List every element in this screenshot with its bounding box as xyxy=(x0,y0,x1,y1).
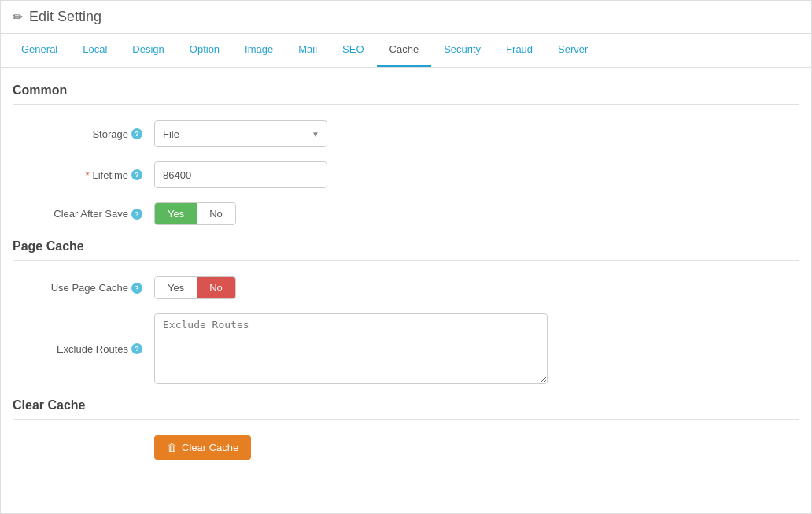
tab-general[interactable]: General xyxy=(9,34,70,67)
tab-image[interactable]: Image xyxy=(232,34,286,67)
lifetime-group: * Lifetime ? xyxy=(13,161,799,188)
tab-fraud[interactable]: Fraud xyxy=(493,34,545,67)
storage-label: Storage ? xyxy=(28,128,154,140)
clear-after-save-no-button[interactable]: No xyxy=(197,203,235,224)
tabs-bar: General Local Design Option Image Mail S… xyxy=(1,34,811,68)
storage-help-icon[interactable]: ? xyxy=(131,128,142,139)
use-page-cache-label: Use Page Cache ? xyxy=(28,282,154,294)
storage-select[interactable]: File APC Memcache Redis xyxy=(154,120,327,147)
page-wrapper: ✏ Edit Setting General Local Design Opti… xyxy=(0,0,812,514)
exclude-routes-textarea[interactable] xyxy=(154,313,548,384)
common-section-title: Common xyxy=(13,83,799,98)
tab-security[interactable]: Security xyxy=(431,34,493,67)
tab-cache[interactable]: Cache xyxy=(377,34,432,67)
clear-after-save-help-icon[interactable]: ? xyxy=(131,209,142,220)
page-header: ✏ Edit Setting xyxy=(1,1,811,34)
use-page-cache-help-icon[interactable]: ? xyxy=(131,283,142,294)
tab-local[interactable]: Local xyxy=(70,34,120,67)
clear-after-save-toggle: Yes No xyxy=(154,202,236,225)
exclude-routes-help-icon[interactable]: ? xyxy=(131,343,142,354)
tab-mail[interactable]: Mail xyxy=(286,34,330,67)
clear-after-save-yes-button[interactable]: Yes xyxy=(155,203,197,224)
clear-after-save-label: Clear After Save ? xyxy=(28,208,154,220)
clear-cache-divider xyxy=(13,419,799,420)
lifetime-help-icon[interactable]: ? xyxy=(131,169,142,180)
trash-icon: 🗑 xyxy=(167,442,177,453)
content-area: Common Storage ? File APC Memcache Redis… xyxy=(1,68,811,490)
common-divider xyxy=(13,104,799,105)
pencil-icon: ✏ xyxy=(13,9,23,24)
required-star: * xyxy=(85,169,89,181)
clear-cache-section-title: Clear Cache xyxy=(13,398,799,412)
tab-server[interactable]: Server xyxy=(545,34,600,67)
tab-seo[interactable]: SEO xyxy=(330,34,376,67)
use-page-cache-yes-button[interactable]: Yes xyxy=(155,277,197,298)
storage-group: Storage ? File APC Memcache Redis ▼ xyxy=(13,120,799,147)
page-title: Edit Setting xyxy=(29,9,102,25)
use-page-cache-no-button[interactable]: No xyxy=(197,277,235,298)
page-cache-section: Page Cache Use Page Cache ? Yes No Exclu… xyxy=(13,239,799,384)
lifetime-label: * Lifetime ? xyxy=(28,169,154,181)
tab-option[interactable]: Option xyxy=(177,34,232,67)
tab-design[interactable]: Design xyxy=(120,34,176,67)
use-page-cache-group: Use Page Cache ? Yes No xyxy=(13,276,799,299)
storage-select-wrapper: File APC Memcache Redis ▼ xyxy=(154,120,327,147)
page-cache-section-title: Page Cache xyxy=(13,239,799,253)
page-cache-divider xyxy=(13,260,799,261)
clear-cache-section: Clear Cache 🗑 Clear Cache xyxy=(13,398,799,460)
exclude-routes-group: Exclude Routes ? xyxy=(13,313,799,384)
clear-cache-button[interactable]: 🗑 Clear Cache xyxy=(154,435,251,460)
clear-after-save-group: Clear After Save ? Yes No xyxy=(13,202,799,225)
use-page-cache-toggle: Yes No xyxy=(154,276,236,299)
lifetime-input[interactable] xyxy=(154,161,327,188)
common-section: Common Storage ? File APC Memcache Redis… xyxy=(13,83,799,225)
clear-cache-group: 🗑 Clear Cache xyxy=(13,435,799,460)
exclude-routes-label: Exclude Routes ? xyxy=(28,343,154,355)
